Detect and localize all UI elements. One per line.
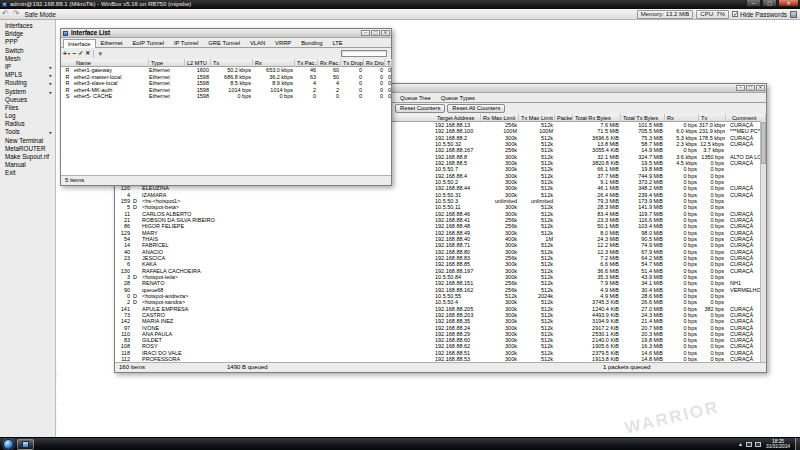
sidebar-item-tools[interactable]: Tools▸ [0,128,55,136]
column-header-tx[interactable]: Tx [211,59,253,67]
sidebar-item-exit[interactable]: Exit [0,169,55,177]
sidebar-item-make-supout-rif[interactable]: Make Supout.rif [0,153,55,161]
cell-rx_pac: 0 [318,93,340,100]
sidebar-item-new-terminal[interactable]: New Terminal [0,137,55,145]
sidebar-item-radius[interactable]: Radius [0,120,55,128]
sidebar-item-label: New Terminal [5,137,43,144]
column-header-target-address[interactable]: Target Address [435,114,481,122]
column-header-rx-max-limit[interactable]: Rx Max Limit [481,114,519,122]
column-header-tx-max-limit[interactable]: Tx Max Limit [519,114,555,122]
disable-icon[interactable]: ✕ [85,49,90,58]
scrollbar-thumb[interactable] [761,122,766,164]
column-header-packet[interactable]: Packet... [555,114,573,122]
memory-indicator[interactable]: Memory: 13.2 MiB [637,10,694,19]
tab-vrrp[interactable]: VRRP [270,38,296,47]
queue-close-button[interactable]: ✕ [756,85,765,91]
queue-minimize-button[interactable]: ─ [736,85,745,91]
winbox-taskbar-button[interactable] [17,439,34,450]
hide-passwords-label: Hide Passwords [740,11,787,18]
interface-toolbar: + ▾ − ✓ ✕ ▼ [61,48,391,59]
tab-interface[interactable]: Interface [63,39,96,48]
redo-icon[interactable]: ↷ [13,9,20,19]
filter-icon[interactable]: ▼ [97,51,103,57]
sidebar-item-routing[interactable]: Routing▸ [0,79,55,87]
column-header-tx[interactable]: Tx [699,114,726,122]
sidebar-item-files[interactable]: Files [0,104,55,112]
enable-icon[interactable]: ✓ [78,49,83,58]
minimize-button[interactable]: ─ [746,0,761,7]
sidebar-item-label: Mesh [5,55,20,62]
taskbar-clock[interactable]: 18:25 31/01/2014 [766,439,790,450]
column-header-name[interactable]: Name [74,59,149,67]
tab-gre-tunnel[interactable]: GRE Tunnel [203,38,245,47]
column-header-tx-drops[interactable]: Tx Drops [341,59,364,67]
interface-maximize-button[interactable]: ▢ [371,30,380,36]
find-box[interactable] [341,50,387,57]
close-button[interactable]: ✕ [778,0,799,7]
queue-vertical-scrollbar[interactable] [760,121,766,362]
column-header-total-tx-bytes[interactable]: Total Tx Bytes [621,114,665,122]
tab-vlan[interactable]: VLAN [245,38,270,47]
tray-expand-icon[interactable]: ▲ [738,442,743,447]
column-header-rx-pac[interactable]: Rx Pac... [318,59,341,67]
sidebar-item-ip[interactable]: IP▸ [0,63,55,71]
safe-mode-toggle[interactable]: Safe Mode [24,11,55,18]
interface-window-titlebar[interactable]: Interface List ─ ▢ ✕ [61,29,391,38]
sidebar-item-switch[interactable]: Switch [0,47,55,55]
queue-status-2: 1 packets queued [603,363,650,372]
tab-ip-tunnel[interactable]: IP Tunnel [169,38,203,47]
column-header-rx[interactable]: Rx [665,114,699,122]
sidebar-menu: InterfacesBridgePPPSwitchMeshIP▸MPLS▸Rou… [0,20,56,437]
sidebar-item-ppp[interactable]: PPP [0,38,55,46]
tab-ethernet[interactable]: Ethernet [96,38,128,47]
tab-lte[interactable]: LTE [327,38,347,47]
cpu-indicator[interactable]: CPU: 7% [696,10,729,19]
interface-minimize-button[interactable]: ─ [361,30,370,36]
sidebar-item-log[interactable]: Log [0,112,55,120]
column-header-rx[interactable]: Rx [253,59,295,67]
cell-tx: 0 bps [211,93,252,100]
remove-icon[interactable]: − [72,49,76,58]
column-header-total-rx-bytes[interactable]: Total Rx Bytes [573,114,621,122]
column-header-rx-drops[interactable]: Rx Drops [364,59,385,67]
add-icon[interactable]: + [63,49,67,58]
sidebar-item-manual[interactable]: Manual [0,161,55,169]
sidebar-item-interfaces[interactable]: Interfaces [0,22,55,30]
interface-row[interactable]: Sether5- CACHEEthernet15980 bps0 bps0000… [61,93,391,100]
tab-queue-tree[interactable]: Queue Tree [395,93,436,102]
reset-all-counters-button[interactable]: Reset All Counters [447,104,505,113]
column-header-tx-pac[interactable]: Tx Pac... [295,59,318,67]
maximize-button[interactable]: ▢ [762,0,777,7]
taskbar: ▲ 18:25 31/01/2014 [0,437,800,450]
column-header-l2-mtu[interactable]: L2 MTU [185,59,211,67]
interface-tab-bar: InterfaceEthernetEoIP TunnelIP TunnelGRE… [61,38,391,48]
hide-passwords-checkbox[interactable]: ✓ [732,11,738,17]
routeros-brand-text: RouterOS WinBox [56,361,58,434]
undo-icon[interactable]: ↶ [2,9,9,19]
column-header-type[interactable]: Type [149,59,185,67]
submenu-arrow-icon: ▸ [49,63,52,71]
tab-queue-types[interactable]: Queue Types [436,93,480,102]
tab-eoip-tunnel[interactable]: EoIP Tunnel [127,38,168,47]
sidebar-item-metarouter[interactable]: MetaROUTER [0,145,55,153]
sidebar-item-label: PPP [5,38,18,45]
sidebar-item-label: Interfaces [5,22,33,29]
interface-window-title: Interface List [71,29,110,36]
interface-window-icon [63,31,68,36]
os-titlebar: admin@192.168.88.1 (MikroTik) - WinBox v… [0,0,800,9]
network-icon[interactable] [746,442,752,447]
show-desktop-button[interactable] [795,438,800,450]
add-dropdown-icon[interactable]: ▾ [68,51,70,56]
interface-close-button[interactable]: ✕ [381,30,390,36]
start-button[interactable] [3,439,14,450]
reset-counters-button[interactable]: Reset Counters [395,104,445,113]
queue-maximize-button[interactable]: ▢ [746,85,755,91]
sidebar-item-queues[interactable]: Queues [0,96,55,104]
sidebar-item-mpls[interactable]: MPLS▸ [0,71,55,79]
tab-bonding[interactable]: Bonding [296,38,327,47]
column-header-tx-erro[interactable]: Tx Erro... [385,59,392,67]
sidebar-item-bridge[interactable]: Bridge [0,30,55,38]
sidebar-item-mesh[interactable]: Mesh [0,55,55,63]
sidebar-item-system[interactable]: System▸ [0,88,55,96]
volume-icon[interactable] [755,442,761,447]
